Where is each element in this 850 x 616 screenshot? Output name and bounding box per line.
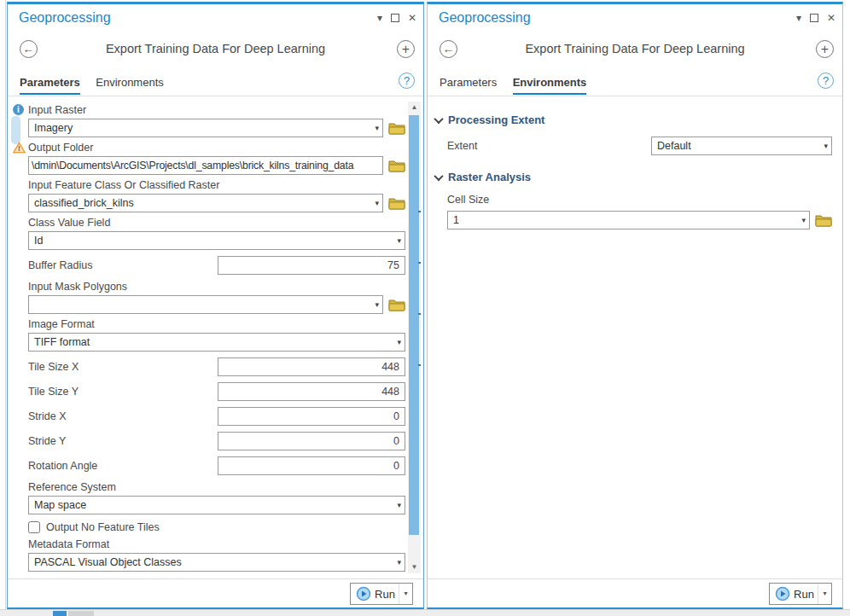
panel-title: Geoprocessing — [19, 10, 111, 26]
chevron-down-icon: ▾ — [371, 199, 379, 207]
stride-y-input[interactable] — [218, 432, 405, 450]
run-toolbar: Run ▾ — [8, 578, 423, 607]
chevron-down-icon: ▾ — [393, 558, 401, 567]
browse-folder-icon[interactable] — [388, 196, 405, 210]
chevron-down-icon: ▾ — [371, 300, 379, 309]
add-tool-button[interactable]: + — [816, 40, 834, 58]
scroll-down-icon[interactable]: ▼ — [408, 561, 421, 573]
rotation-angle-input[interactable] — [218, 456, 405, 475]
extent-label: Extent — [447, 140, 651, 152]
section-processing-extent[interactable]: Processing Extent — [435, 113, 832, 126]
cell-size-label: Cell Size — [447, 194, 832, 206]
tool-title: Export Training Data For Deep Learning — [50, 42, 381, 55]
output-folder-label: ! Output Folder — [28, 142, 405, 154]
output-no-feature-tiles-checkbox[interactable] — [28, 521, 40, 533]
background-hscrollbar — [0, 609, 850, 616]
tab-environments[interactable]: Environments — [96, 76, 163, 93]
metadata-format-label: Metadata Format — [28, 538, 405, 551]
tile-size-y-input[interactable] — [218, 382, 405, 401]
add-tool-button[interactable]: + — [397, 40, 415, 58]
float-pane-icon[interactable] — [810, 14, 818, 22]
chevron-down-icon — [434, 171, 443, 180]
browse-folder-icon[interactable] — [388, 159, 405, 172]
chevron-down-icon: ▾ — [371, 124, 379, 132]
run-toolbar: Run ▾ — [428, 578, 842, 607]
input-feature-class-label: Input Feature Class Or Classified Raster — [28, 179, 405, 192]
run-dropdown-icon[interactable]: ▾ — [399, 584, 412, 604]
reference-system-label: Reference System — [28, 481, 405, 494]
stride-x-input[interactable] — [218, 407, 405, 426]
chevron-down-icon: ▾ — [393, 501, 401, 509]
scrollbar-tick — [418, 364, 421, 366]
output-no-feature-tiles-row: Output No Feature Tiles — [28, 521, 405, 533]
float-pane-icon[interactable] — [391, 14, 399, 22]
geoprocessing-panel-right: Geoprocessing ▾ ✕ ← Export Training Data… — [427, 2, 843, 609]
browse-folder-icon[interactable] — [815, 213, 832, 227]
output-folder-input[interactable] — [28, 156, 383, 175]
back-button[interactable]: ← — [20, 40, 38, 58]
reference-system-combo[interactable]: Map space ▾ — [28, 496, 405, 514]
environments-form: Processing Extent Extent Default ▾ Raste… — [428, 100, 842, 577]
scrollbar-tick — [418, 313, 421, 315]
background-divider — [5, 0, 6, 609]
back-button[interactable]: ← — [440, 40, 457, 58]
help-icon[interactable]: ? — [818, 73, 834, 89]
run-button-label: Run — [790, 588, 818, 601]
extent-combo[interactable]: Default ▾ — [651, 137, 832, 155]
tool-title: Export Training Data For Deep Learning — [470, 42, 800, 55]
hscroll-thumb[interactable] — [53, 611, 67, 616]
class-value-field-combo[interactable]: Id ▾ — [28, 231, 405, 250]
input-feature-class-combo[interactable]: classified_brick_kilns ▾ — [28, 194, 383, 212]
parameters-form: i Input Raster Imagery ▾ ! O — [8, 100, 405, 577]
chevron-down-icon: ▾ — [798, 216, 806, 224]
hscroll-track-segment — [68, 611, 94, 616]
scrollbar-thumb[interactable] — [409, 115, 419, 535]
class-value-field-label: Class Value Field — [28, 217, 405, 230]
chevron-down-icon: ▾ — [820, 142, 828, 150]
geoprocessing-panel-left: Geoprocessing ▾ ✕ ← Export Training Data… — [7, 2, 424, 609]
help-icon[interactable]: ? — [399, 73, 415, 89]
tab-environments[interactable]: Environments — [513, 76, 587, 95]
run-button[interactable]: Run ▾ — [769, 583, 832, 605]
panel-titlebar: Geoprocessing ▾ ✕ — [8, 4, 423, 33]
input-raster-label: i Input Raster — [28, 104, 405, 117]
chevron-down-icon — [434, 113, 443, 123]
section-raster-analysis[interactable]: Raster Analysis — [435, 171, 832, 183]
tile-size-x-input[interactable] — [218, 357, 405, 376]
stride-y-label: Stride Y — [28, 435, 218, 447]
info-icon: i — [13, 104, 24, 115]
close-icon[interactable]: ✕ — [408, 12, 416, 24]
pane-menu-icon[interactable]: ▾ — [377, 12, 382, 24]
tile-size-y-label: Tile Size Y — [28, 386, 218, 398]
tile-size-x-label: Tile Size X — [28, 361, 218, 373]
browse-folder-icon[interactable] — [388, 121, 405, 135]
warning-icon: ! — [13, 142, 26, 154]
svg-text:!: ! — [18, 144, 20, 153]
rotation-angle-label: Rotation Angle — [28, 460, 218, 472]
input-mask-polygons-combo[interactable]: ▾ — [28, 295, 383, 314]
run-play-icon — [775, 586, 790, 601]
chevron-down-icon: ▾ — [393, 236, 401, 245]
chevron-down-icon: ▾ — [393, 338, 401, 346]
pane-menu-icon[interactable]: ▾ — [796, 12, 801, 24]
run-play-icon — [356, 586, 371, 601]
input-raster-combo[interactable]: Imagery ▾ — [28, 119, 383, 137]
buffer-radius-input[interactable] — [218, 256, 405, 275]
run-button[interactable]: Run ▾ — [350, 583, 413, 605]
run-dropdown-icon[interactable]: ▾ — [818, 584, 831, 604]
buffer-radius-label: Buffer Radius — [28, 259, 218, 271]
output-no-feature-tiles-label: Output No Feature Tiles — [46, 521, 160, 533]
image-format-label: Image Format — [28, 318, 405, 331]
image-format-combo[interactable]: TIFF format ▾ — [28, 333, 405, 352]
vertical-scrollbar[interactable]: ▲ ▼ — [408, 102, 421, 573]
scroll-up-icon[interactable]: ▲ — [408, 102, 421, 113]
tab-parameters[interactable]: Parameters — [20, 76, 80, 95]
cell-size-combo[interactable]: 1 ▾ — [447, 211, 810, 230]
browse-folder-icon[interactable] — [388, 298, 405, 311]
tab-parameters[interactable]: Parameters — [440, 76, 497, 93]
metadata-format-combo[interactable]: PASCAL Visual Object Classes ▾ — [28, 553, 405, 572]
scrollbar-tick — [418, 211, 421, 212]
input-mask-polygons-label: Input Mask Polygons — [28, 281, 405, 293]
panel-titlebar: Geoprocessing ▾ ✕ — [428, 4, 842, 33]
close-icon[interactable]: ✕ — [827, 12, 835, 24]
